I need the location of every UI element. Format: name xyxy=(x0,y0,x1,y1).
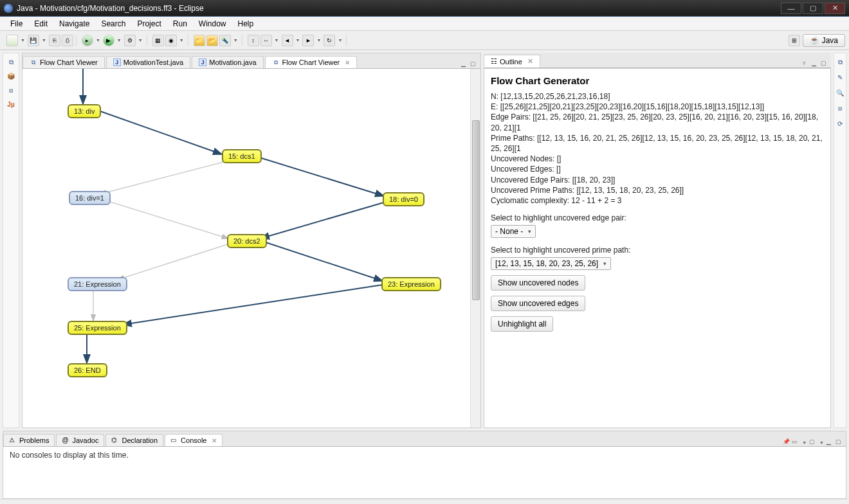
tasks-icon[interactable]: ✎ xyxy=(835,74,845,84)
flow-node[interactable]: 15: dcs1 xyxy=(222,149,262,163)
new-package-button[interactable]: ▦ xyxy=(152,35,164,46)
junit-icon[interactable]: Jµ xyxy=(6,101,16,111)
left-view-gutter: ⧉ 📦 ⧈ Jµ xyxy=(3,53,19,428)
svg-line-4 xyxy=(100,199,228,239)
search-button[interactable]: 🔦 xyxy=(219,35,231,46)
outline-line: Prime Paths: [[12, 13, 15, 16, 20, 21, 2… xyxy=(491,133,824,154)
view-menu-icon[interactable]: ▿ xyxy=(803,60,810,68)
bottom-tab-problems[interactable]: ⚠Problems xyxy=(3,434,55,446)
flow-node[interactable]: 23: Expression xyxy=(381,277,441,291)
save-all-button[interactable]: ⎘ xyxy=(49,35,60,46)
flow-node[interactable]: 20: dcs2 xyxy=(227,234,267,248)
open-task-button[interactable]: 📂 xyxy=(206,35,218,46)
vertical-scrollbar[interactable] xyxy=(470,69,480,428)
minimize-editor-icon[interactable]: ▁ xyxy=(461,60,469,68)
menu-file[interactable]: File xyxy=(5,18,28,30)
menu-window[interactable]: Window xyxy=(194,18,232,30)
flow-node[interactable]: 21: Expression xyxy=(68,277,127,291)
minimize-view-icon[interactable]: ▁ xyxy=(812,60,819,68)
nav-button-2[interactable]: ↔ xyxy=(260,35,272,46)
select-edge-pair-dropdown[interactable]: - None - xyxy=(491,225,536,238)
menu-project[interactable]: Project xyxy=(132,18,166,30)
svg-line-3 xyxy=(255,156,384,196)
nav-button-1[interactable]: ↕ xyxy=(248,35,259,46)
package-explorer-icon[interactable]: 📦 xyxy=(6,73,16,83)
bottom-tabs: ⚠Problems@Javadoc⌬Declaration▭Console✕ 📌… xyxy=(3,431,846,447)
debug-button[interactable]: ▸ xyxy=(82,35,93,46)
display-console-icon[interactable]: ▭ xyxy=(792,438,799,446)
close-button[interactable]: ✕ xyxy=(825,3,845,14)
menu-navigate[interactable]: Navigate xyxy=(54,18,95,30)
bottom-tab-label: Problems xyxy=(19,437,49,444)
bookmarks-icon[interactable]: ⧈ xyxy=(835,105,845,115)
flow-chart-icon: ⧉ xyxy=(30,59,37,66)
bottom-tab-javadoc[interactable]: @Javadoc xyxy=(56,434,104,446)
open-console-icon[interactable]: ▢ xyxy=(809,438,817,446)
hierarchy-icon[interactable]: ⧈ xyxy=(6,87,16,97)
nav-button-3[interactable]: ↻ xyxy=(324,35,335,46)
editor-tab[interactable]: JMotivationTest.java xyxy=(106,56,191,68)
tab-outline[interactable]: ☷ Outline ✕ xyxy=(484,55,540,68)
select-edge-pair-label: Select to highlight uncovered edge pair: xyxy=(491,213,824,222)
flow-node[interactable]: 26: END xyxy=(68,363,107,377)
window-title: Java - Motivation/cfg/Motivation_decisio… xyxy=(17,4,204,13)
menu-search[interactable]: Search xyxy=(96,18,131,30)
unhighlight-all-button[interactable]: Unhighlight all xyxy=(491,316,553,332)
menu-help[interactable]: Help xyxy=(233,18,259,30)
run-button[interactable]: ▶ xyxy=(103,35,114,46)
menu-edit[interactable]: Edit xyxy=(29,18,53,30)
minimize-bottom-icon[interactable]: ▁ xyxy=(826,438,834,446)
outline-icon: ☷ xyxy=(491,57,497,66)
select-prime-path-dropdown[interactable]: [12, 13, 15, 18, 20, 23, 25, 26] xyxy=(491,257,611,270)
restore-icon[interactable]: ⧉ xyxy=(6,59,16,69)
scrollbar-thumb[interactable] xyxy=(472,120,480,300)
open-type-button[interactable]: 📁 xyxy=(194,35,205,46)
new-button[interactable] xyxy=(6,35,18,46)
editor-pane: ⧉Flow Chart ViewerJMotivationTest.javaJM… xyxy=(22,53,481,428)
maximize-button[interactable]: ▢ xyxy=(803,3,823,14)
new-class-button[interactable]: ◉ xyxy=(165,35,177,46)
maximize-bottom-icon[interactable]: ▢ xyxy=(835,438,843,446)
tab-label: Motivation.java xyxy=(209,59,256,66)
search-view-icon[interactable]: 🔍 xyxy=(835,89,845,100)
svg-line-6 xyxy=(118,244,230,280)
progress-icon[interactable]: ⟳ xyxy=(835,120,845,130)
print-button[interactable]: ⎙ xyxy=(62,35,73,46)
console-icon: ▭ xyxy=(170,437,178,444)
forward-button[interactable]: ► xyxy=(302,35,314,46)
maximize-view-icon[interactable]: ▢ xyxy=(821,60,828,68)
show-uncovered-nodes-button[interactable]: Show uncovered nodes xyxy=(491,275,585,291)
open-perspective-button[interactable]: ⊞ xyxy=(789,35,800,46)
svg-line-7 xyxy=(262,241,383,281)
bottom-tab-console[interactable]: ▭Console✕ xyxy=(165,434,223,446)
ext-tools-button[interactable]: ⚙ xyxy=(124,35,136,46)
bottom-tab-declaration[interactable]: ⌬Declaration xyxy=(105,434,163,446)
bottom-pane: ⚠Problems@Javadoc⌬Declaration▭Console✕ 📌… xyxy=(3,431,846,499)
flow-node[interactable]: 13: div xyxy=(68,104,101,118)
perspective-java[interactable]: ☕ Java xyxy=(803,34,845,47)
save-button[interactable]: 💾 xyxy=(28,35,39,46)
outline-line: Edge Pairs: [[21, 25, 26][20, 21, 25][23… xyxy=(491,112,824,132)
flow-node[interactable]: 16: div=1 xyxy=(69,191,111,205)
bottom-tab-label: Javadoc xyxy=(72,437,98,444)
back-button[interactable]: ◄ xyxy=(282,35,293,46)
restore-right-icon[interactable]: ⧉ xyxy=(835,59,845,69)
bottom-tab-label: Console xyxy=(181,437,206,444)
flow-node[interactable]: 25: Expression xyxy=(68,321,127,335)
minimize-button[interactable]: — xyxy=(781,3,801,14)
flow-node[interactable]: 18: div=0 xyxy=(383,192,424,206)
flow-chart-icon: ⧉ xyxy=(272,59,280,66)
maximize-editor-icon[interactable]: ▢ xyxy=(470,60,478,68)
outline-body: Flow Chart Generator N: [12,13,15,20,25,… xyxy=(484,68,831,428)
flow-chart-canvas[interactable]: 13: div15: dcs116: div=118: div=020: dcs… xyxy=(23,69,480,428)
editor-tab[interactable]: ⧉Flow Chart Viewer✕ xyxy=(265,56,358,68)
pin-console-icon[interactable]: 📌 xyxy=(783,438,790,446)
editor-tab[interactable]: JMotivation.java xyxy=(192,56,263,68)
menu-run[interactable]: Run xyxy=(168,18,192,30)
close-tab-icon[interactable]: ✕ xyxy=(212,437,217,444)
close-tab-icon[interactable]: ✕ xyxy=(527,57,533,66)
editor-tab[interactable]: ⧉Flow Chart Viewer xyxy=(23,56,105,68)
show-uncovered-edges-button[interactable]: Show uncovered edges xyxy=(491,296,585,311)
close-tab-icon[interactable]: ✕ xyxy=(345,59,350,66)
java-perspective-icon: ☕ xyxy=(810,36,819,45)
